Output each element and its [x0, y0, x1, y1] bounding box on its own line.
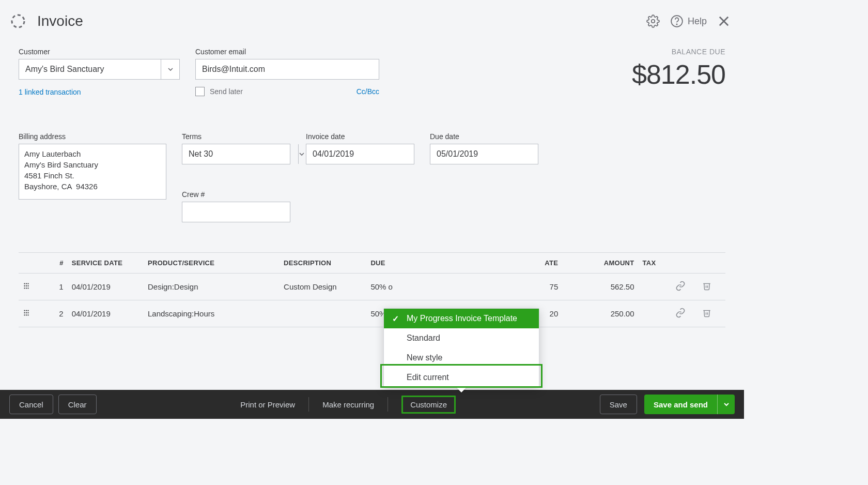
svg-point-20: [27, 312, 28, 313]
help-label: Help: [688, 16, 707, 27]
svg-point-12: [24, 287, 25, 289]
crew-field[interactable]: [182, 202, 290, 222]
row-date: 04/01/2019: [68, 300, 144, 327]
svg-point-0: [12, 15, 24, 27]
svg-point-22: [26, 314, 27, 315]
svg-point-3: [676, 24, 677, 24]
row-product: Design:Design: [144, 274, 280, 300]
crew-label: Crew #: [182, 190, 290, 199]
email-label: Customer email: [195, 48, 379, 56]
th-service-date: SERVICE DATE: [68, 253, 144, 274]
svg-point-16: [26, 310, 27, 311]
svg-point-10: [26, 285, 27, 286]
cancel-button[interactable]: Cancel: [9, 395, 53, 414]
linked-transaction-link[interactable]: 1 linked transaction: [19, 88, 180, 96]
popover-item[interactable]: New style: [384, 348, 539, 368]
terms-label: Terms: [182, 132, 290, 141]
popover-item[interactable]: Edit current: [384, 368, 539, 387]
invoice-date-label: Invoice date: [306, 132, 414, 141]
row-product: Landscaping:Hours: [144, 300, 280, 327]
row-description: Custom Design: [280, 274, 366, 300]
terms-input[interactable]: [182, 144, 298, 164]
drag-handle-icon[interactable]: [19, 300, 40, 327]
balance-due-block: BALANCE DUE $812.50: [632, 48, 725, 90]
chevron-down-icon[interactable]: [298, 144, 305, 164]
customize-link[interactable]: Customize: [401, 396, 456, 414]
trash-icon[interactable]: [698, 300, 725, 327]
row-due: 50% o: [366, 274, 530, 300]
customize-popover: My Progress Invoice TemplateStandardNew …: [383, 308, 539, 388]
close-icon[interactable]: [716, 13, 732, 29]
row-rate: 75: [530, 274, 562, 300]
footer-bar: Cancel Clear Print or Preview Make recur…: [0, 390, 744, 419]
svg-point-6: [24, 283, 25, 284]
row-number: 1: [40, 274, 68, 300]
email-field[interactable]: [195, 59, 379, 80]
row-number: 2: [40, 300, 68, 327]
customer-input[interactable]: [19, 59, 161, 79]
help-button[interactable]: Help: [670, 14, 707, 28]
invoice-date-field[interactable]: [306, 144, 414, 164]
save-and-send-dropdown[interactable]: [717, 395, 735, 414]
divider: [308, 397, 309, 412]
chevron-down-icon[interactable]: [161, 59, 179, 79]
save-button[interactable]: Save: [600, 395, 637, 414]
billing-address-field[interactable]: Amy Lauterbach Amy's Bird Sanctuary 4581…: [19, 144, 166, 200]
svg-point-8: [27, 283, 28, 284]
svg-point-17: [27, 310, 28, 311]
popover-item[interactable]: Standard: [384, 328, 539, 348]
divider: [388, 397, 388, 412]
row-tax: [639, 300, 671, 327]
drag-handle-icon[interactable]: [19, 274, 40, 300]
svg-point-13: [26, 287, 27, 289]
th-amount: AMOUNT: [562, 253, 638, 274]
table-row[interactable]: 204/01/2019Landscaping:Hours50% of 500.0…: [19, 300, 725, 327]
trash-icon[interactable]: [698, 274, 725, 300]
print-preview-link[interactable]: Print or Preview: [240, 400, 295, 409]
th-tax: TAX: [639, 253, 671, 274]
ccbcc-link[interactable]: Cc/Bcc: [357, 87, 379, 96]
line-items-table: # SERVICE DATE PRODUCT/SERVICE DESCRIPTI…: [19, 252, 725, 327]
svg-point-21: [24, 314, 25, 315]
row-amount: 250.00: [562, 300, 638, 327]
send-later-checkbox[interactable]: [195, 87, 205, 96]
send-later-label: Send later: [210, 87, 243, 96]
pending-status-icon: [9, 12, 27, 30]
due-date-label: Due date: [430, 132, 538, 141]
svg-point-9: [24, 285, 25, 286]
make-recurring-link[interactable]: Make recurring: [322, 400, 374, 409]
customer-select[interactable]: [19, 59, 180, 80]
send-later-checkbox-group[interactable]: Send later: [195, 87, 243, 96]
balance-due-label: BALANCE DUE: [632, 48, 725, 56]
svg-point-18: [24, 312, 25, 313]
clear-button[interactable]: Clear: [58, 395, 97, 414]
svg-point-15: [24, 310, 25, 311]
billing-address-label: Billing address: [19, 132, 166, 141]
balance-due-amount: $812.50: [632, 59, 725, 90]
svg-point-1: [652, 20, 655, 23]
row-description: [280, 300, 366, 327]
link-icon[interactable]: [671, 300, 699, 327]
th-num: #: [40, 253, 68, 274]
customer-label: Customer: [19, 48, 180, 56]
svg-point-19: [26, 312, 27, 313]
svg-point-23: [27, 314, 28, 315]
th-due: DUE: [366, 253, 530, 274]
save-and-send-button[interactable]: Save and send: [644, 395, 717, 414]
table-row[interactable]: 104/01/2019Design:DesignCustom Design50%…: [19, 274, 725, 300]
popover-item[interactable]: My Progress Invoice Template: [384, 309, 539, 328]
page-title: Invoice: [37, 13, 83, 29]
row-amount: 562.50: [562, 274, 638, 300]
svg-point-11: [27, 285, 28, 286]
row-date: 04/01/2019: [68, 274, 144, 300]
row-tax: [639, 274, 671, 300]
svg-point-14: [27, 287, 28, 289]
th-rate: ATE: [530, 253, 562, 274]
terms-select[interactable]: [182, 144, 290, 164]
header-bar: Invoice Help: [0, 0, 744, 33]
due-date-field[interactable]: [430, 144, 538, 164]
th-description: DESCRIPTION: [280, 253, 366, 274]
gear-icon[interactable]: [645, 13, 661, 29]
svg-point-7: [26, 283, 27, 284]
link-icon[interactable]: [671, 274, 699, 300]
